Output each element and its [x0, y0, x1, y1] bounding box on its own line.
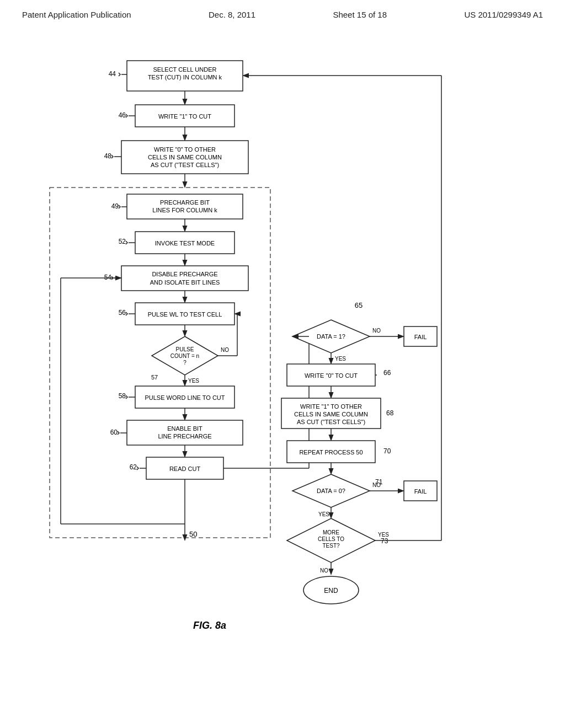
svg-text:AND ISOLATE BIT LINES: AND ISOLATE BIT LINES [150, 279, 220, 286]
svg-text:FAIL: FAIL [414, 488, 427, 495]
svg-text:FIG. 8a: FIG. 8a [193, 620, 226, 631]
svg-text:62: 62 [130, 463, 137, 471]
svg-text:MORE: MORE [323, 529, 339, 536]
svg-text:48: 48 [104, 152, 112, 160]
svg-text:SELECT CELL UNDER: SELECT CELL UNDER [153, 66, 217, 73]
svg-text:56: 56 [119, 309, 126, 317]
header-center: Dec. 8, 2011 [209, 10, 255, 19]
svg-text:END: END [324, 587, 338, 595]
svg-text:WRITE "1" TO CUT: WRITE "1" TO CUT [158, 113, 211, 120]
svg-text:44: 44 [109, 70, 116, 78]
svg-text:YES: YES [318, 511, 329, 517]
svg-text:57: 57 [151, 374, 158, 381]
svg-text:TEST?: TEST? [322, 543, 340, 549]
svg-text:52: 52 [119, 238, 126, 245]
svg-text:AS CUT ("TEST CELLS"): AS CUT ("TEST CELLS") [297, 419, 365, 425]
svg-text:LINES FOR COLUMN k: LINES FOR COLUMN k [152, 207, 217, 213]
svg-text:DATA = 1?: DATA = 1? [317, 333, 345, 340]
svg-text:PRECHARGE BIT: PRECHARGE BIT [160, 199, 210, 206]
svg-text:CELLS IN SAME COLUMN: CELLS IN SAME COLUMN [294, 411, 368, 417]
svg-text:70: 70 [383, 447, 391, 455]
diagram-area: SELECT CELL UNDER TEST (CUT) IN COLUMN k… [0, 44, 565, 717]
svg-text:WRITE "0" TO CUT: WRITE "0" TO CUT [305, 372, 358, 379]
svg-text:LINE PRECHARGE: LINE PRECHARGE [158, 433, 211, 440]
svg-text:WRITE "1" TO OTHER: WRITE "1" TO OTHER [300, 403, 362, 410]
svg-text:CELLS TO: CELLS TO [318, 536, 344, 542]
svg-text:NO: NO [320, 568, 328, 574]
svg-rect-30 [121, 266, 248, 291]
svg-text:INVOKE TEST MODE: INVOKE TEST MODE [155, 240, 215, 247]
svg-text:?: ? [183, 360, 186, 366]
svg-text:PULSE: PULSE [176, 346, 194, 352]
svg-text:TEST (CUT) IN COLUMN k: TEST (CUT) IN COLUMN k [148, 74, 222, 81]
svg-text:YES: YES [335, 356, 346, 362]
svg-text:NO: NO [372, 482, 381, 488]
svg-text:68: 68 [386, 409, 394, 417]
flowchart-svg: SELECT CELL UNDER TEST (CUT) IN COLUMN k… [0, 44, 565, 717]
svg-text:46: 46 [119, 111, 126, 119]
svg-text:NO: NO [221, 347, 229, 353]
svg-text:54: 54 [104, 274, 112, 281]
svg-text:60: 60 [110, 429, 118, 436]
svg-text:FAIL: FAIL [414, 334, 427, 340]
svg-text:REPEAT PROCESS 50: REPEAT PROCESS 50 [299, 449, 363, 456]
svg-text:YES: YES [378, 532, 389, 538]
page-header: Patent Application Publication Dec. 8, 2… [0, 0, 565, 25]
header-sheet: Sheet 15 of 18 [333, 10, 387, 19]
svg-text:CELLS IN SAME COLUMN: CELLS IN SAME COLUMN [148, 154, 222, 160]
svg-text:READ CUT: READ CUT [169, 465, 201, 472]
svg-text:PULSE WL TO TEST CELL: PULSE WL TO TEST CELL [148, 311, 222, 318]
svg-text:73: 73 [381, 537, 388, 545]
svg-text:65: 65 [355, 301, 363, 309]
svg-text:DATA = 0?: DATA = 0? [317, 488, 345, 494]
svg-text:PULSE WORD LINE TO CUT: PULSE WORD LINE TO CUT [145, 394, 225, 401]
svg-text:58: 58 [119, 392, 126, 400]
svg-text:DISABLE PRECHARGE: DISABLE PRECHARGE [152, 271, 217, 277]
svg-text:ENABLE BIT: ENABLE BIT [167, 425, 202, 432]
svg-text:66: 66 [383, 369, 391, 377]
header-left: Patent Application Publication [22, 10, 131, 19]
svg-text:WRITE "0" TO OTHER: WRITE "0" TO OTHER [154, 146, 216, 153]
svg-text:50: 50 [189, 530, 197, 538]
svg-text:49: 49 [111, 202, 119, 210]
svg-text:YES: YES [188, 378, 199, 384]
svg-text:AS CUT ("TEST CELLS"): AS CUT ("TEST CELLS") [151, 162, 219, 168]
svg-text:COUNT = n: COUNT = n [170, 353, 199, 359]
header-patent: US 2011/0299349 A1 [464, 10, 543, 19]
svg-text:NO: NO [372, 328, 381, 334]
